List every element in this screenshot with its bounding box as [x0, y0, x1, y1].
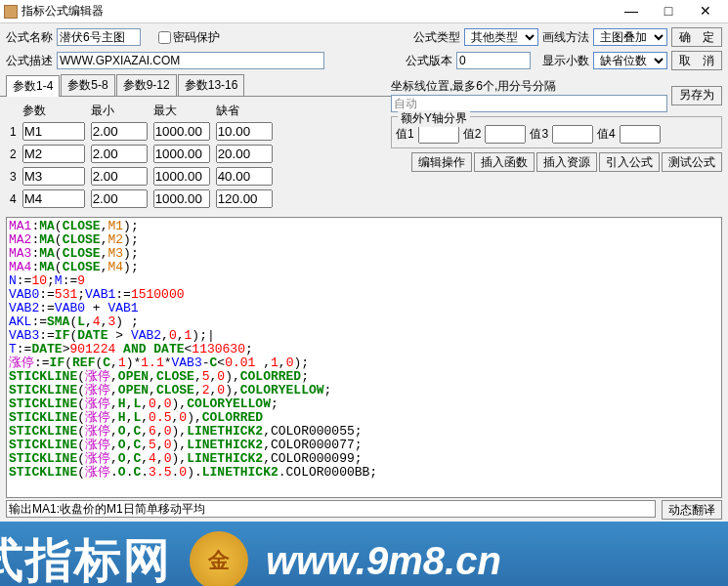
param-name-input[interactable] [22, 145, 85, 163]
table-row: 3 [8, 166, 275, 187]
name-input[interactable] [57, 28, 141, 46]
param-header: 参数 [21, 103, 87, 119]
code-editor[interactable]: MA1:MA(CLOSE,M1); MA2:MA(CLOSE,M2); MA3:… [6, 217, 722, 498]
v4-input[interactable] [620, 125, 661, 144]
param-max-input[interactable] [153, 167, 210, 186]
param-def-input[interactable] [216, 167, 273, 186]
cancel-button[interactable]: 取 消 [671, 51, 722, 70]
param-name-input[interactable] [22, 167, 85, 186]
tab-params-13-16[interactable]: 参数13-16 [178, 74, 245, 96]
v2-input[interactable] [485, 125, 526, 144]
extra-y-group: 额外Y轴分界 值1 值2 值3 值4 [391, 116, 722, 148]
extra-y-legend: 额外Y轴分界 [398, 110, 470, 127]
tab-params-1-4[interactable]: 参数1-4 [6, 75, 60, 97]
param-min-input[interactable] [91, 167, 148, 186]
password-checkbox[interactable] [158, 31, 171, 44]
param-min-input[interactable] [91, 145, 148, 163]
table-row: 1 [8, 121, 275, 142]
maximize-button[interactable]: □ [650, 1, 687, 22]
insres-button[interactable]: 插入资源 [536, 152, 597, 172]
decimals-select[interactable]: 缺省位数 [593, 52, 667, 69]
dynamic-translate-button[interactable]: 动态翻译 [662, 500, 722, 520]
param-def-input[interactable] [216, 145, 273, 163]
password-label: 密码保护 [173, 29, 220, 46]
axispos-label: 坐标线位置,最多6个,用分号分隔 [391, 78, 667, 95]
drawmethod-label: 画线方法 [542, 29, 589, 46]
status-output[interactable] [6, 500, 656, 518]
table-row: 4 [8, 188, 275, 209]
saveas-button[interactable]: 另存为 [671, 86, 722, 105]
tab-params-9-12[interactable]: 参数9-12 [116, 74, 177, 96]
minimize-button[interactable]: — [613, 1, 650, 22]
banner-seal-icon: 金 [190, 531, 248, 586]
watermark-banner: 式指标网 金 www.9m8.cn [0, 522, 728, 586]
table-row: 2 [8, 144, 275, 164]
test-button[interactable]: 测试公式 [662, 152, 722, 172]
desc-label: 公式描述 [6, 53, 53, 69]
type-select[interactable]: 其他类型 [464, 28, 538, 46]
confirm-button[interactable]: 确 定 [671, 27, 722, 47]
v1-input[interactable] [418, 125, 459, 144]
banner-url: www.9m8.cn [266, 539, 501, 583]
banner-chinese: 式指标网 [0, 529, 172, 586]
param-max-input[interactable] [153, 189, 210, 208]
decimals-label: 显示小数 [542, 53, 589, 69]
editop-button[interactable]: 编辑操作 [411, 152, 472, 172]
name-label: 公式名称 [6, 29, 53, 46]
max-header: 最大 [151, 103, 212, 119]
window-title: 指标公式编辑器 [21, 3, 613, 20]
param-max-input[interactable] [153, 145, 210, 163]
default-header: 缺省 [214, 103, 275, 119]
type-label: 公式类型 [413, 29, 460, 46]
import-button[interactable]: 引入公式 [599, 152, 660, 172]
tab-params-5-8[interactable]: 参数5-8 [61, 74, 114, 96]
v3-input[interactable] [552, 125, 593, 144]
version-label: 公式版本 [406, 53, 452, 69]
param-min-input[interactable] [91, 189, 148, 208]
param-min-input[interactable] [91, 122, 148, 141]
param-def-input[interactable] [216, 122, 273, 141]
insfunc-button[interactable]: 插入函数 [474, 152, 535, 172]
app-icon [4, 5, 18, 19]
desc-input[interactable] [57, 52, 324, 69]
param-name-input[interactable] [22, 122, 85, 141]
close-button[interactable]: ✕ [687, 1, 724, 22]
min-header: 最小 [89, 103, 150, 119]
drawmethod-select[interactable]: 主图叠加 [593, 28, 667, 46]
version-input[interactable] [456, 52, 531, 69]
param-def-input[interactable] [216, 189, 273, 208]
param-table: 参数 最小 最大 缺省 1 2 [6, 101, 277, 211]
param-max-input[interactable] [153, 122, 210, 141]
param-name-input[interactable] [22, 189, 85, 208]
